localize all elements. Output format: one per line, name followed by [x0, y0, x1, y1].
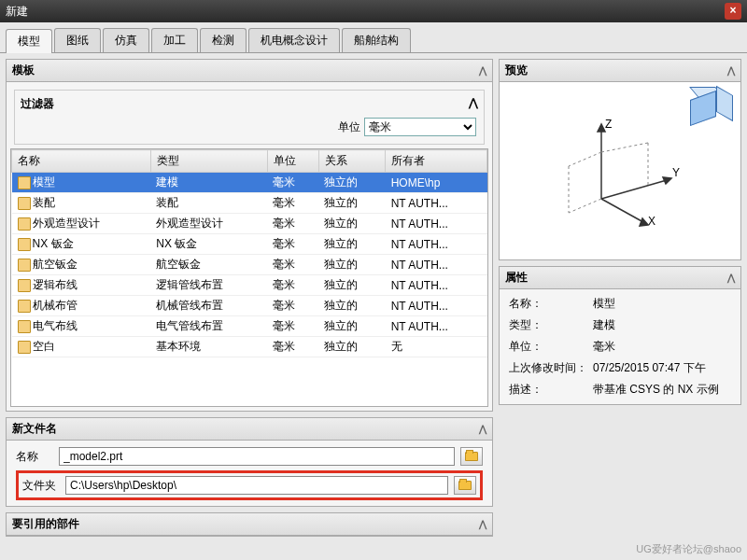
svg-line-2: [601, 199, 643, 222]
highlight-box: 文件夹: [16, 470, 483, 500]
template-panel: 模板⋀ 过滤器⋀ 单位 毫米 名称类型单位关系所有者 模型建模毫米独立的HOME…: [6, 59, 493, 412]
table-row[interactable]: 逻辑布线逻辑管线布置毫米独立的NT AUTH...: [12, 275, 487, 296]
tab-2[interactable]: 仿真: [103, 28, 149, 52]
table-row[interactable]: 电气布线电气管线布置毫米独立的NT AUTH...: [12, 316, 487, 337]
tab-1[interactable]: 图纸: [54, 28, 101, 52]
doc-icon: [18, 238, 31, 251]
svg-line-1: [601, 180, 667, 199]
table-row[interactable]: 航空钣金航空钣金毫米独立的NT AUTH...: [12, 255, 487, 275]
table-row[interactable]: 装配装配毫米独立的NT AUTH...: [12, 193, 487, 214]
doc-icon: [18, 300, 31, 313]
tab-4[interactable]: 检测: [200, 28, 247, 52]
template-title: 模板: [12, 63, 35, 78]
doc-icon: [18, 259, 31, 272]
column-header[interactable]: 类型: [150, 150, 267, 173]
browse-name-button[interactable]: [460, 447, 483, 466]
column-header[interactable]: 关系: [318, 150, 385, 173]
doc-icon: [18, 217, 31, 231]
collapse-icon[interactable]: ⋀: [479, 519, 486, 529]
properties-title: 属性: [505, 270, 528, 286]
tab-5[interactable]: 机电概念设计: [248, 28, 340, 52]
svg-text:X: X: [648, 215, 655, 227]
refparts-panel: 要引用的部件⋀: [6, 512, 493, 537]
doc-icon: [18, 320, 31, 333]
tab-3[interactable]: 加工: [151, 28, 198, 52]
table-row[interactable]: 模型建模毫米独立的HOME\hp: [12, 173, 487, 193]
property-row: 上次修改时间：07/25/2015 07:47 下午: [503, 357, 737, 379]
folder-input[interactable]: [65, 476, 448, 495]
svg-line-6: [601, 143, 648, 152]
preview-title: 预览: [505, 63, 528, 78]
svg-line-4: [569, 152, 601, 166]
property-row: 描述：带基准 CSYS 的 NX 示例: [503, 379, 737, 400]
collapse-icon[interactable]: ⋀: [727, 273, 735, 283]
collapse-icon[interactable]: ⋀: [469, 96, 478, 112]
tab-0[interactable]: 模型: [6, 29, 52, 53]
table-row[interactable]: 机械布管机械管线布置毫米独立的NT AUTH...: [12, 296, 487, 316]
svg-text:Z: Z: [605, 118, 612, 131]
svg-text:Y: Y: [672, 166, 680, 179]
preview-panel: 预览⋀ Z: [499, 59, 741, 260]
cube-icon: [690, 95, 727, 133]
column-header[interactable]: 单位: [267, 150, 318, 173]
window-title: 新建: [6, 0, 28, 22]
doc-icon: [18, 279, 31, 292]
tab-bar: 模型图纸仿真加工检测机电概念设计船舶结构: [0, 22, 747, 53]
browse-folder-button[interactable]: [454, 476, 476, 495]
collapse-icon[interactable]: ⋀: [727, 65, 735, 76]
folder-icon: [458, 481, 472, 490]
table-row[interactable]: NX 钣金NX 钣金毫米独立的NT AUTH...: [12, 234, 487, 255]
properties-panel: 属性⋀ 名称：模型类型：建模单位：毫米上次修改时间：07/25/2015 07:…: [499, 266, 741, 405]
newfile-panel: 新文件名⋀ 名称 文件夹: [6, 417, 493, 507]
watermark: UG爱好者论坛@shaoo: [636, 542, 741, 556]
column-header[interactable]: 所有者: [386, 150, 487, 173]
table-row[interactable]: 空白基本环境毫米独立的无: [12, 337, 487, 357]
property-row: 单位：毫米: [503, 336, 737, 357]
close-button[interactable]: ×: [725, 3, 741, 20]
tab-6[interactable]: 船舶结构: [342, 28, 411, 52]
refparts-title: 要引用的部件: [12, 516, 79, 532]
column-header[interactable]: 名称: [12, 150, 151, 173]
doc-icon: [18, 197, 31, 210]
newfile-title: 新文件名: [12, 421, 57, 437]
name-input[interactable]: [59, 447, 455, 466]
doc-icon: [18, 176, 31, 189]
svg-line-3: [569, 199, 601, 213]
unit-select[interactable]: 毫米: [364, 118, 476, 136]
template-table[interactable]: 名称类型单位关系所有者 模型建模毫米独立的HOME\hp装配装配毫米独立的NT …: [11, 149, 487, 357]
folder-icon: [465, 452, 478, 461]
unit-label: 单位: [338, 119, 360, 135]
name-label: 名称: [16, 449, 53, 465]
property-row: 名称：模型: [503, 293, 737, 315]
filter-title: 过滤器: [21, 96, 54, 112]
table-row[interactable]: 外观造型设计外观造型设计毫米独立的NT AUTH...: [12, 214, 487, 234]
folder-label: 文件夹: [22, 478, 60, 494]
axes-gizmo: Z Y X: [555, 115, 685, 227]
titlebar: 新建 ×: [0, 0, 747, 22]
property-row: 类型：建模: [503, 315, 737, 336]
collapse-icon[interactable]: ⋀: [479, 424, 486, 434]
doc-icon: [18, 341, 31, 354]
collapse-icon[interactable]: ⋀: [479, 65, 486, 76]
